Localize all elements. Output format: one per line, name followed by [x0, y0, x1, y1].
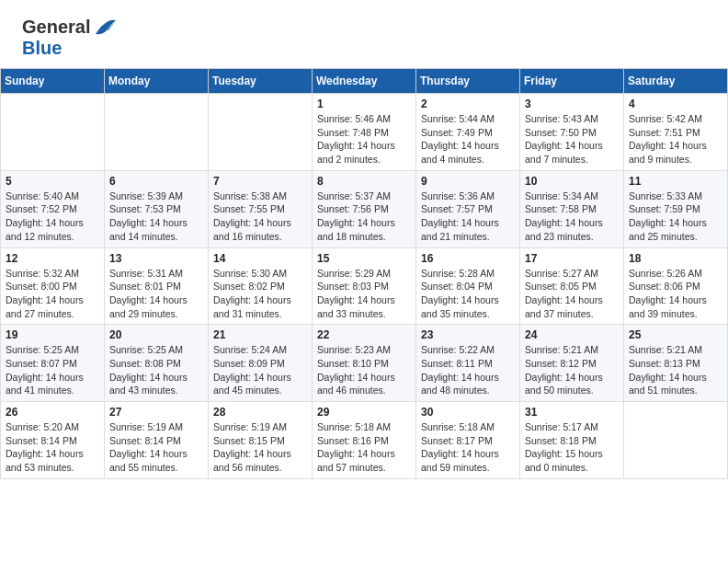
day-info: Sunrise: 5:26 AMSunset: 8:06 PMDaylight:…	[629, 267, 722, 321]
day-number: 25	[629, 328, 722, 341]
calendar-day-22: 22Sunrise: 5:23 AMSunset: 8:10 PMDayligh…	[313, 325, 416, 402]
calendar-day-14: 14Sunrise: 5:30 AMSunset: 8:02 PMDayligh…	[209, 247, 313, 325]
day-number: 24	[525, 328, 619, 341]
day-number: 16	[421, 252, 515, 265]
calendar-day-7: 7Sunrise: 5:38 AMSunset: 7:55 PMDaylight…	[209, 170, 313, 247]
day-info: Sunrise: 5:19 AMSunset: 8:14 PMDaylight:…	[109, 420, 203, 475]
day-number: 28	[213, 406, 307, 419]
logo-blue-text: Blue	[22, 38, 62, 59]
calendar-empty-cell	[105, 94, 209, 171]
calendar-day-3: 3Sunrise: 5:43 AMSunset: 7:50 PMDaylight…	[520, 94, 624, 171]
calendar-day-30: 30Sunrise: 5:18 AMSunset: 8:17 PMDayligh…	[416, 402, 520, 479]
calendar-week-row: 26Sunrise: 5:20 AMSunset: 8:14 PMDayligh…	[1, 402, 728, 479]
day-number: 5	[6, 175, 99, 188]
calendar-day-1: 1Sunrise: 5:46 AMSunset: 7:48 PMDaylight…	[313, 94, 416, 171]
calendar-day-8: 8Sunrise: 5:37 AMSunset: 7:56 PMDaylight…	[313, 170, 416, 247]
calendar-day-21: 21Sunrise: 5:24 AMSunset: 8:09 PMDayligh…	[209, 325, 313, 402]
day-info: Sunrise: 5:24 AMSunset: 8:09 PMDaylight:…	[213, 343, 307, 397]
calendar-day-10: 10Sunrise: 5:34 AMSunset: 7:58 PMDayligh…	[520, 170, 624, 247]
day-number: 23	[421, 328, 515, 341]
weekday-header-monday: Monday	[105, 69, 209, 94]
day-info: Sunrise: 5:44 AMSunset: 7:49 PMDaylight:…	[421, 112, 515, 167]
day-info: Sunrise: 5:28 AMSunset: 8:04 PMDaylight:…	[421, 267, 515, 321]
day-info: Sunrise: 5:42 AMSunset: 7:51 PMDaylight:…	[629, 112, 722, 167]
day-number: 12	[6, 252, 99, 265]
calendar-week-row: 12Sunrise: 5:32 AMSunset: 8:00 PMDayligh…	[1, 247, 728, 325]
calendar-day-26: 26Sunrise: 5:20 AMSunset: 8:14 PMDayligh…	[1, 402, 105, 479]
day-number: 17	[525, 252, 619, 265]
day-info: Sunrise: 5:31 AMSunset: 8:01 PMDaylight:…	[109, 267, 203, 321]
calendar-header-row: SundayMondayTuesdayWednesdayThursdayFrid…	[1, 69, 728, 94]
day-number: 15	[317, 252, 411, 265]
day-number: 8	[317, 175, 411, 188]
day-info: Sunrise: 5:21 AMSunset: 8:12 PMDaylight:…	[525, 343, 619, 397]
day-number: 7	[213, 175, 307, 188]
day-info: Sunrise: 5:17 AMSunset: 8:18 PMDaylight:…	[525, 420, 619, 475]
weekday-header-thursday: Thursday	[416, 69, 520, 94]
day-info: Sunrise: 5:18 AMSunset: 8:16 PMDaylight:…	[317, 420, 411, 475]
calendar-day-31: 31Sunrise: 5:17 AMSunset: 8:18 PMDayligh…	[520, 402, 624, 479]
calendar-day-2: 2Sunrise: 5:44 AMSunset: 7:49 PMDaylight…	[416, 94, 520, 171]
day-number: 19	[6, 328, 99, 341]
day-info: Sunrise: 5:19 AMSunset: 8:15 PMDaylight:…	[213, 420, 307, 475]
weekday-header-wednesday: Wednesday	[313, 69, 416, 94]
day-info: Sunrise: 5:33 AMSunset: 7:59 PMDaylight:…	[629, 190, 722, 244]
calendar-day-23: 23Sunrise: 5:22 AMSunset: 8:11 PMDayligh…	[416, 325, 520, 402]
weekday-header-saturday: Saturday	[624, 69, 728, 94]
calendar-empty-cell	[1, 94, 105, 171]
calendar-day-9: 9Sunrise: 5:36 AMSunset: 7:57 PMDaylight…	[416, 170, 520, 247]
day-info: Sunrise: 5:32 AMSunset: 8:00 PMDaylight:…	[6, 267, 99, 321]
day-info: Sunrise: 5:40 AMSunset: 7:52 PMDaylight:…	[6, 190, 99, 244]
day-number: 4	[629, 98, 722, 110]
day-number: 13	[109, 252, 203, 265]
logo: General Blue	[22, 17, 118, 59]
calendar-day-18: 18Sunrise: 5:26 AMSunset: 8:06 PMDayligh…	[624, 247, 728, 325]
calendar-day-25: 25Sunrise: 5:21 AMSunset: 8:13 PMDayligh…	[624, 325, 728, 402]
day-info: Sunrise: 5:39 AMSunset: 7:53 PMDaylight:…	[109, 190, 203, 244]
day-info: Sunrise: 5:25 AMSunset: 8:07 PMDaylight:…	[6, 343, 99, 397]
day-number: 29	[317, 406, 411, 419]
day-number: 11	[629, 175, 722, 188]
day-number: 14	[213, 252, 307, 265]
calendar-day-12: 12Sunrise: 5:32 AMSunset: 8:00 PMDayligh…	[1, 247, 105, 325]
calendar-day-15: 15Sunrise: 5:29 AMSunset: 8:03 PMDayligh…	[313, 247, 416, 325]
calendar-week-row: 19Sunrise: 5:25 AMSunset: 8:07 PMDayligh…	[1, 325, 728, 402]
day-number: 20	[109, 328, 203, 341]
calendar-table: SundayMondayTuesdayWednesdayThursdayFrid…	[0, 68, 728, 479]
calendar-day-11: 11Sunrise: 5:33 AMSunset: 7:59 PMDayligh…	[624, 170, 728, 247]
day-info: Sunrise: 5:21 AMSunset: 8:13 PMDaylight:…	[629, 343, 722, 397]
day-info: Sunrise: 5:30 AMSunset: 8:02 PMDaylight:…	[213, 267, 307, 321]
calendar-day-28: 28Sunrise: 5:19 AMSunset: 8:15 PMDayligh…	[209, 402, 313, 479]
calendar-day-24: 24Sunrise: 5:21 AMSunset: 8:12 PMDayligh…	[520, 325, 624, 402]
day-info: Sunrise: 5:25 AMSunset: 8:08 PMDaylight:…	[109, 343, 203, 397]
weekday-header-sunday: Sunday	[1, 69, 105, 94]
day-info: Sunrise: 5:20 AMSunset: 8:14 PMDaylight:…	[6, 420, 99, 475]
day-info: Sunrise: 5:34 AMSunset: 7:58 PMDaylight:…	[525, 190, 619, 244]
calendar-week-row: 1Sunrise: 5:46 AMSunset: 7:48 PMDaylight…	[1, 94, 728, 171]
day-info: Sunrise: 5:43 AMSunset: 7:50 PMDaylight:…	[525, 112, 619, 167]
day-number: 9	[421, 175, 515, 188]
day-info: Sunrise: 5:46 AMSunset: 7:48 PMDaylight:…	[317, 112, 411, 167]
calendar-day-6: 6Sunrise: 5:39 AMSunset: 7:53 PMDaylight…	[105, 170, 209, 247]
calendar-day-29: 29Sunrise: 5:18 AMSunset: 8:16 PMDayligh…	[313, 402, 416, 479]
day-number: 10	[525, 175, 619, 188]
day-number: 3	[525, 98, 619, 110]
calendar-day-27: 27Sunrise: 5:19 AMSunset: 8:14 PMDayligh…	[105, 402, 209, 479]
weekday-header-tuesday: Tuesday	[209, 69, 313, 94]
day-number: 6	[109, 175, 203, 188]
calendar-day-4: 4Sunrise: 5:42 AMSunset: 7:51 PMDaylight…	[624, 94, 728, 171]
day-number: 30	[421, 406, 515, 419]
calendar-day-19: 19Sunrise: 5:25 AMSunset: 8:07 PMDayligh…	[1, 325, 105, 402]
day-info: Sunrise: 5:27 AMSunset: 8:05 PMDaylight:…	[525, 267, 619, 321]
day-number: 26	[6, 406, 99, 419]
calendar-day-16: 16Sunrise: 5:28 AMSunset: 8:04 PMDayligh…	[416, 247, 520, 325]
calendar-day-17: 17Sunrise: 5:27 AMSunset: 8:05 PMDayligh…	[520, 247, 624, 325]
day-number: 22	[317, 328, 411, 341]
day-info: Sunrise: 5:37 AMSunset: 7:56 PMDaylight:…	[317, 190, 411, 244]
weekday-header-friday: Friday	[520, 69, 624, 94]
calendar-day-20: 20Sunrise: 5:25 AMSunset: 8:08 PMDayligh…	[105, 325, 209, 402]
calendar-day-13: 13Sunrise: 5:31 AMSunset: 8:01 PMDayligh…	[105, 247, 209, 325]
header: General Blue	[0, 0, 728, 68]
day-info: Sunrise: 5:38 AMSunset: 7:55 PMDaylight:…	[213, 190, 307, 244]
day-info: Sunrise: 5:22 AMSunset: 8:11 PMDaylight:…	[421, 343, 515, 397]
